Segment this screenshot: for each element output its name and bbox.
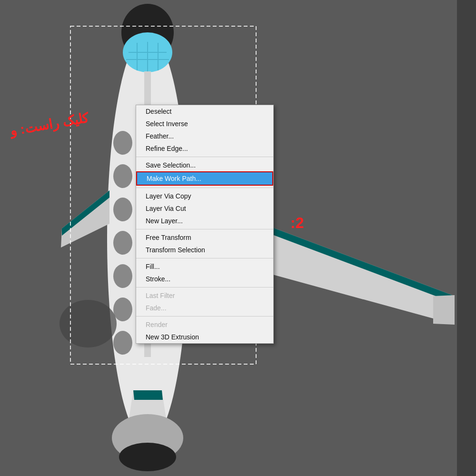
menu-divider-6 bbox=[136, 316, 273, 317]
svg-point-16 bbox=[113, 298, 132, 321]
menu-item-deselect[interactable]: Deselect bbox=[136, 105, 273, 118]
svg-point-14 bbox=[113, 231, 132, 255]
context-menu: Deselect Select Inverse Feather... Refin… bbox=[136, 105, 274, 344]
menu-item-free-transform[interactable]: Free Transform bbox=[136, 231, 273, 244]
menu-item-refine-edge[interactable]: Refine Edge... bbox=[136, 142, 273, 155]
menu-divider-3 bbox=[136, 229, 273, 229]
svg-point-12 bbox=[113, 164, 132, 188]
menu-item-layer-via-copy[interactable]: Layer Via Copy bbox=[136, 190, 273, 202]
menu-item-new-3d-extrusion[interactable]: New 3D Extrusion bbox=[136, 331, 273, 343]
menu-item-layer-via-cut[interactable]: Layer Via Cut bbox=[136, 202, 273, 215]
menu-item-feather[interactable]: Feather... bbox=[136, 130, 273, 142]
menu-item-render: Render bbox=[136, 318, 273, 331]
menu-item-last-filter: Last Filter bbox=[136, 289, 273, 302]
annotation-step2-label: :2 bbox=[290, 214, 304, 232]
menu-item-make-work-path[interactable]: Make Work Path... bbox=[136, 171, 273, 186]
menu-item-select-inverse[interactable]: Select Inverse bbox=[136, 118, 273, 130]
menu-item-fill[interactable]: Fill... bbox=[136, 260, 273, 273]
svg-marker-24 bbox=[133, 390, 163, 400]
menu-divider-5 bbox=[136, 287, 273, 288]
svg-rect-1 bbox=[457, 0, 476, 476]
menu-item-transform-selection[interactable]: Transform Selection bbox=[136, 244, 273, 256]
menu-divider-2 bbox=[136, 188, 273, 188]
svg-point-26 bbox=[119, 443, 176, 471]
menu-item-fade: Fade... bbox=[136, 302, 273, 314]
svg-point-27 bbox=[60, 300, 117, 347]
menu-item-save-selection[interactable]: Save Selection... bbox=[136, 159, 273, 171]
svg-point-11 bbox=[113, 131, 132, 155]
menu-item-new-layer[interactable]: New Layer... bbox=[136, 215, 273, 227]
svg-point-17 bbox=[113, 331, 132, 355]
menu-item-stroke[interactable]: Stroke... bbox=[136, 273, 273, 285]
svg-point-13 bbox=[113, 198, 132, 221]
svg-marker-20 bbox=[433, 295, 455, 325]
menu-divider-1 bbox=[136, 157, 273, 157]
menu-divider-4 bbox=[136, 258, 273, 258]
svg-point-15 bbox=[113, 264, 132, 288]
